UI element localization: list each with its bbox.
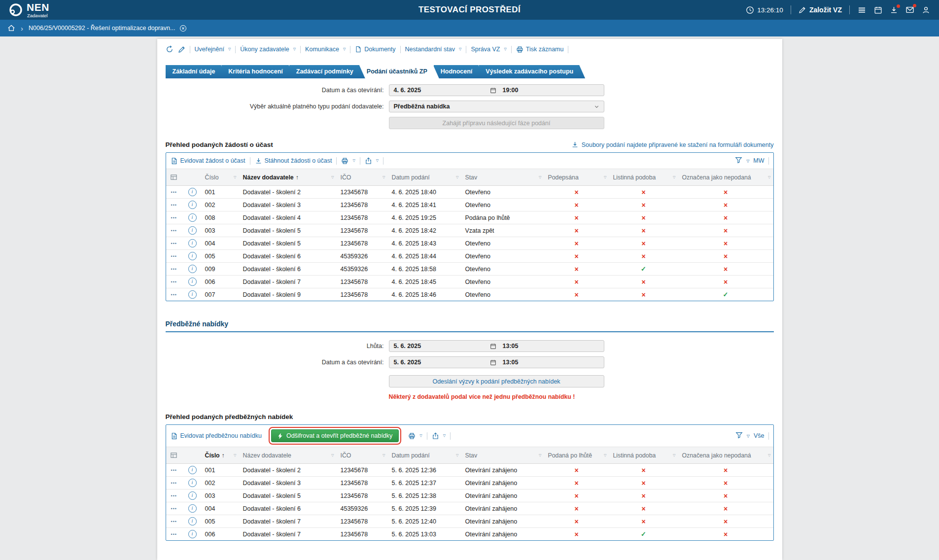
column-filter-icon[interactable]: ▽ [456, 454, 458, 457]
column-header[interactable]: Podaná po lhůtě▽ [544, 447, 609, 464]
column-header[interactable]: Název dodavatele▽ [239, 447, 337, 464]
row-info-icon[interactable]: i [184, 477, 201, 490]
row-info-icon[interactable]: i [184, 237, 201, 250]
column-filter-icon[interactable]: ▽ [768, 454, 770, 457]
create-vz-button[interactable]: Založit VZ [799, 6, 842, 14]
time-value[interactable]: 13:05 [496, 359, 599, 366]
column-filter-icon[interactable]: ▽ [234, 454, 236, 457]
download-requests-link[interactable]: Stáhnout žádosti o účast [255, 157, 332, 165]
history-button[interactable] [166, 45, 174, 53]
menu-dokumenty[interactable]: Dokumenty [355, 46, 395, 53]
row-info-icon[interactable]: i [184, 528, 201, 541]
column-filter-icon[interactable]: ▽ [539, 175, 541, 179]
column-chooser-icon[interactable] [166, 169, 201, 186]
tab-kriteria-hodnoceni[interactable]: Kritéria hodnocení [221, 65, 294, 78]
tab-zadavaci-podminky[interactable]: Zadávací podmínky [289, 65, 365, 78]
opening-datetime-field[interactable]: 4. 6. 2025 19:00 [389, 84, 604, 96]
filter-button[interactable] [735, 431, 743, 440]
row-menu-icon[interactable]: ••• [166, 263, 184, 276]
filter-views-dropdown[interactable]: ▽ [746, 159, 749, 163]
column-chooser-icon[interactable] [166, 447, 201, 464]
column-filter-icon[interactable]: ▽ [331, 454, 334, 457]
column-header[interactable]: Název dodavatele↑▽ [239, 169, 337, 186]
column-filter-icon[interactable]: ▽ [331, 175, 334, 179]
row-menu-icon[interactable]: ••• [166, 276, 184, 288]
menu-ukony-zadavatele[interactable]: Úkony zadavatele▽ [240, 46, 296, 53]
prelim-opening-field[interactable]: 5. 6. 2025 13:05 [389, 356, 604, 368]
register-offer-link[interactable]: Evidovat předběžnou nabídku [171, 432, 262, 440]
row-menu-icon[interactable]: ••• [166, 211, 184, 224]
row-info-icon[interactable]: i [184, 186, 201, 199]
column-header[interactable]: Označena jako nepodaná▽ [678, 169, 773, 186]
row-info-icon[interactable]: i [184, 263, 201, 276]
row-menu-icon[interactable]: ••• [166, 464, 184, 477]
supplier-type-select[interactable]: Předběžná nabídka [389, 101, 604, 112]
date-value[interactable]: 5. 6. 2025 [394, 359, 490, 366]
column-filter-icon[interactable]: ▽ [768, 175, 770, 179]
time-value[interactable]: 13:05 [496, 343, 599, 350]
row-menu-icon[interactable]: ••• [166, 288, 184, 301]
column-filter-icon[interactable]: ▽ [383, 454, 385, 457]
row-menu-icon[interactable]: ••• [166, 237, 184, 250]
menu-nestandardni-stav[interactable]: Nestandardní stav▽ [405, 46, 462, 53]
tab-zakladni-udaje[interactable]: Základní údaje [166, 65, 227, 78]
print-button[interactable]: ▽ [408, 432, 422, 440]
row-menu-icon[interactable]: ••• [166, 224, 184, 237]
deadline-field[interactable]: 5. 6. 2025 13:05 [389, 340, 604, 352]
menu-button[interactable] [857, 5, 867, 15]
menu-komunikace[interactable]: Komunikace▽ [305, 46, 346, 53]
nen-logo[interactable]: NEN Zadavatel [9, 2, 49, 18]
menu-uverejneni[interactable]: Uveřejnění▽ [195, 46, 231, 53]
row-info-icon[interactable]: i [184, 199, 201, 211]
row-info-icon[interactable]: i [184, 211, 201, 224]
row-info-icon[interactable]: i [184, 288, 201, 301]
print-button[interactable]: ▽ [341, 157, 355, 165]
row-menu-icon[interactable]: ••• [166, 502, 184, 515]
column-header[interactable]: Datum podání▽ [388, 169, 461, 186]
row-info-icon[interactable]: i [184, 502, 201, 515]
time-value[interactable]: 19:00 [496, 87, 599, 94]
column-header[interactable]: Listinná podoba▽ [609, 169, 678, 186]
column-filter-icon[interactable]: ▽ [604, 454, 606, 457]
calendar-icon[interactable] [490, 343, 496, 350]
row-menu-icon[interactable]: ••• [166, 515, 184, 528]
column-header[interactable]: Číslo▽ [201, 169, 239, 186]
downloads-button[interactable] [890, 6, 898, 14]
next-phase-button[interactable]: Zahájit přípravu následující fáze podání [389, 117, 604, 129]
filter-views-dropdown[interactable]: ▽ [747, 434, 750, 438]
column-header[interactable]: IČO▽ [337, 169, 388, 186]
row-menu-icon[interactable]: ••• [166, 250, 184, 263]
menu-sprava-vz[interactable]: Správa VZ▽ [471, 46, 506, 53]
home-button[interactable] [7, 24, 15, 32]
date-value[interactable]: 4. 6. 2025 [394, 87, 490, 94]
column-header[interactable]: Datum podání▽ [388, 447, 461, 464]
row-info-icon[interactable]: i [184, 224, 201, 237]
column-header[interactable]: Stav▽ [461, 447, 544, 464]
column-header[interactable]: Stav▽ [461, 169, 544, 186]
calendar-icon[interactable] [490, 359, 496, 366]
register-request-link[interactable]: Evidovat žádost o účast [171, 157, 245, 165]
menu-tisk-zaznamu[interactable]: Tisk záznamu [516, 46, 564, 53]
messages-button[interactable] [905, 5, 914, 14]
column-header[interactable]: Označena jako nepodaná▽ [678, 447, 773, 464]
row-info-icon[interactable]: i [184, 464, 201, 477]
column-header[interactable]: Podepsána▽ [544, 169, 609, 186]
calendar-button[interactable] [874, 6, 882, 14]
date-value[interactable]: 5. 6. 2025 [394, 343, 490, 350]
column-filter-icon[interactable]: ▽ [383, 175, 385, 179]
row-menu-icon[interactable]: ••• [166, 477, 184, 490]
column-filter-icon[interactable]: ▽ [673, 175, 675, 179]
export-button[interactable]: ▽ [432, 432, 446, 440]
row-info-icon[interactable]: i [184, 515, 201, 528]
filter-view-label[interactable]: Vše [754, 432, 765, 439]
column-header[interactable]: Číslo↑▽ [201, 447, 239, 464]
row-menu-icon[interactable]: ••• [166, 186, 184, 199]
calendar-icon[interactable] [490, 87, 496, 94]
tab-hodnoceni[interactable]: Hodnocení [434, 65, 485, 78]
column-header[interactable]: IČO▽ [337, 447, 388, 464]
row-info-icon[interactable]: i [184, 276, 201, 288]
breadcrumb-record-tab[interactable]: N006/25/V00005292 - Řešení optimalizace … [29, 25, 187, 32]
export-button[interactable]: ▽ [365, 157, 379, 165]
edit-button[interactable] [178, 46, 185, 53]
row-menu-icon[interactable]: ••• [166, 528, 184, 541]
